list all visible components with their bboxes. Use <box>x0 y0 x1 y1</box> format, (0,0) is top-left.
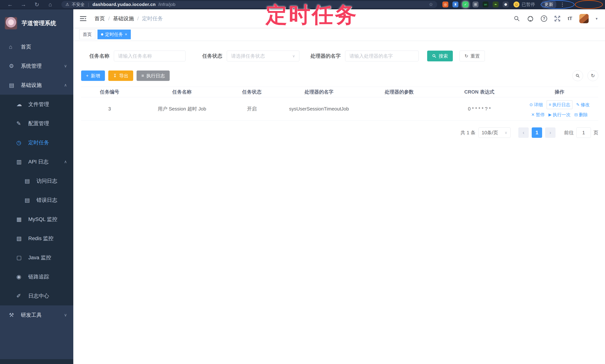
extension-icon-leaf[interactable]: ❧ <box>493 1 499 7</box>
sidebar-item-label: 访问日志 <box>37 177 57 184</box>
chevron-down-icon: ∨ <box>64 64 67 68</box>
search-button[interactable]: 搜索 <box>427 51 453 61</box>
browser-profile-chip[interactable]: ☺ 已暂停 <box>513 1 535 7</box>
action-run-once[interactable]: ▶执行一次 <box>548 112 571 118</box>
refresh-table-button[interactable]: ↻ <box>588 70 598 81</box>
refresh-icon: ↻ <box>464 53 468 59</box>
col-handler-name: 处理器的名字 <box>277 87 360 97</box>
tab-close-icon[interactable]: × <box>125 32 127 37</box>
handler-name-field-wrap <box>345 51 419 61</box>
user-avatar[interactable] <box>579 14 589 23</box>
toggle-search-button[interactable] <box>572 70 583 81</box>
reset-button[interactable]: ↻ 重置 <box>460 51 485 61</box>
browser-menu-icon[interactable]: ⋮ <box>560 2 565 7</box>
sidebar-item-system[interactable]: ⚙ 系统管理 ∨ <box>0 56 73 76</box>
sidebar-item-java-monitor[interactable]: ▢ Java 监控 <box>0 248 73 267</box>
sidebar-item-file-manage[interactable]: ☁ 文件管理 <box>0 95 73 114</box>
current-page[interactable]: 1 <box>532 127 542 138</box>
sidebar-item-error-log[interactable]: ▤ 错误日志 <box>0 191 73 210</box>
action-pause[interactable]: ✕暂停 <box>531 112 545 118</box>
edit-icon: ✎ <box>16 120 28 127</box>
table-row: 3 用户 Session 超时 Job 开启 sysUserSessionTim… <box>81 97 598 121</box>
breadcrumb: 首页 / 基础设施 / 定时任务 <box>94 15 163 22</box>
filter-bar: 任务名称 任务状态 请选择任务状态 ∨ 处理器的名字 搜索 <box>89 51 598 61</box>
profile-avatar-emoji: ☺ <box>513 1 519 7</box>
sidebar-item-log-center[interactable]: ✐ 日志中心 <box>0 286 73 305</box>
breadcrumb-separator: / <box>108 16 110 22</box>
extension-icon-green-check[interactable]: ✓ <box>462 1 468 7</box>
sidebar-item-dev-tools[interactable]: ⚒ 研发工具 ∨ <box>0 305 73 325</box>
sidebar-item-api-log[interactable]: ▥ API 日志 ∧ <box>0 152 73 171</box>
eye-icon: ◉ <box>16 273 28 280</box>
sidebar-item-label: 链路追踪 <box>28 273 49 280</box>
goto-page-input[interactable] <box>576 127 591 138</box>
reload-icon[interactable]: ↻ <box>30 1 43 8</box>
sidebar-item-infra[interactable]: ▤ 基础设施 ∧ <box>0 76 73 95</box>
extension-icon-orange[interactable]: ◎ <box>442 1 448 7</box>
hamburger-icon[interactable] <box>80 16 87 22</box>
chevron-up-icon: ∧ <box>64 83 67 88</box>
col-actions: 操作 <box>521 87 598 97</box>
sidebar-item-scheduled-job[interactable]: ◷ 定时任务 <box>0 133 73 152</box>
sidebar-item-config-manage[interactable]: ✎ 配置管理 <box>0 114 73 133</box>
help-icon[interactable]: ? <box>541 15 547 22</box>
sidebar-item-label: 基础设施 <box>21 82 42 89</box>
extension-icon-on-badge[interactable]: on <box>483 1 488 7</box>
tab-scheduled-job[interactable]: 定时任务 × <box>97 30 131 39</box>
goto-label: 前往 <box>564 130 574 136</box>
home-icon[interactable]: ⌂ <box>43 1 57 8</box>
sidebar-logo[interactable]: 芋道管理系统 <box>0 9 73 37</box>
pagination: 共 1 条 10条/页 ∨ ‹ 1 › 前往 页 <box>81 127 598 138</box>
search-icon[interactable] <box>514 15 520 22</box>
exec-log-button[interactable]: ≡ 执行日志 <box>137 70 170 81</box>
tab-home[interactable]: 首页 <box>79 30 95 39</box>
app-title: 芋道管理系统 <box>22 19 56 27</box>
sidebar-item-access-log[interactable]: ▤ 访问日志 <box>0 171 73 191</box>
back-icon[interactable]: ← <box>3 1 17 8</box>
action-detail[interactable]: ⊙详细 <box>529 102 543 108</box>
tab-label: 首页 <box>83 31 92 37</box>
sidebar-item-label: API 日志 <box>28 158 49 165</box>
action-edit[interactable]: ✎修改 <box>576 102 590 108</box>
cell-job-name: 用户 Session 超时 Job <box>138 97 226 121</box>
extensions-puzzle-icon[interactable]: ⬣ <box>503 1 509 7</box>
url-path: /infra/job <box>158 2 175 7</box>
handler-name-input[interactable] <box>349 53 414 59</box>
export-button[interactable]: ↧ 导出 <box>108 70 133 81</box>
cloud-icon: ☁ <box>16 101 28 107</box>
job-name-input[interactable] <box>118 53 181 59</box>
address-bar[interactable]: ⚠ 不安全 | dashboard.yudao.iocoder.cn /infr… <box>61 1 437 8</box>
access-log-icon: ▤ <box>25 178 37 184</box>
sidebar-item-home[interactable]: ⌂ 首页 <box>0 37 73 56</box>
bookmark-star-icon[interactable]: ☆ <box>429 2 433 7</box>
sidebar-item-tracing[interactable]: ◉ 链路追踪 <box>0 267 73 286</box>
extension-icon-grid[interactable]: ⊞ <box>473 1 478 7</box>
next-page-button[interactable]: › <box>545 127 555 138</box>
github-icon[interactable] <box>527 15 534 22</box>
action-exec-log[interactable]: ≡执行日志 <box>547 100 572 109</box>
add-button[interactable]: + 新增 <box>81 70 105 81</box>
breadcrumb-home[interactable]: 首页 <box>94 15 105 22</box>
sidebar-item-label: 配置管理 <box>28 120 49 127</box>
browser-update-button[interactable]: 更新 <box>541 0 556 9</box>
user-caret-down-icon[interactable]: ▾ <box>596 16 598 21</box>
sidebar-item-mysql-monitor[interactable]: ▦ MySQL 监控 <box>0 210 73 229</box>
active-tab-dot <box>101 33 103 36</box>
sidebar: 芋道管理系统 ⌂ 首页 ⚙ 系统管理 ∨ ▤ 基础设施 ∧ ☁ 文件管理 <box>0 9 73 364</box>
action-delete[interactable]: ⊟删除 <box>574 112 588 118</box>
extension-icon-blue[interactable]: ♜ <box>452 1 458 7</box>
breadcrumb-infra[interactable]: 基础设施 <box>113 15 134 22</box>
sidebar-item-redis-monitor[interactable]: ▧ Redis 监控 <box>0 229 73 248</box>
exec-log-button-label: 执行日志 <box>146 73 165 79</box>
forward-icon[interactable]: → <box>17 1 30 8</box>
fullscreen-icon[interactable] <box>554 15 561 22</box>
page-size-value: 10条/页 <box>482 130 498 136</box>
security-warning-icon: ⚠ <box>66 2 69 7</box>
prev-page-button[interactable]: ‹ <box>518 127 529 138</box>
pen-icon: ✐ <box>16 293 28 299</box>
job-status-select[interactable]: 请选择任务状态 ∨ <box>227 51 299 61</box>
page-size-select[interactable]: 10条/页 ∨ <box>478 127 511 138</box>
sidebar-item-label: 错误日志 <box>37 197 57 204</box>
font-size-icon[interactable]: tT <box>568 16 572 21</box>
document-icon: ▥ <box>16 158 28 165</box>
